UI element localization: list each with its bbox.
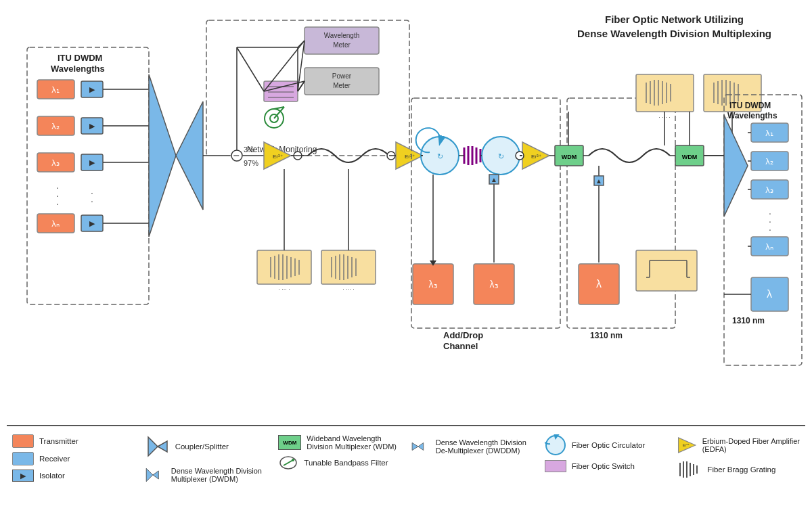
legend-dwdm: Dense Wavelength Division Multiplexer (D… (145, 463, 268, 487)
receiver-icon (12, 452, 34, 465)
svg-text:Er³⁺: Er³⁺ (273, 154, 283, 160)
svg-text:97%: 97% (244, 159, 258, 167)
svg-line-58 (237, 47, 264, 91)
svg-text:WDM: WDM (562, 154, 577, 160)
svg-text:λ₃: λ₃ (765, 185, 773, 195)
svg-text:λ₃: λ₃ (490, 279, 499, 290)
legend-col-1: Transmitter Receiver Isolator (7, 432, 140, 520)
svg-text:1310 nm: 1310 nm (732, 316, 765, 325)
legend-coupler: Coupler/Splitter (145, 434, 268, 459)
svg-marker-196 (418, 442, 424, 450)
svg-text:λₙ: λₙ (51, 219, 60, 229)
diagram-svg: ITU DWDM Wavelengths λ₁ ▶ λ₂ ▶ λ₃ ▶ · (7, 7, 805, 419)
legend-col-2: Coupler/Splitter Dense Wavelength Divisi… (140, 432, 273, 520)
svg-text:λ: λ (767, 288, 772, 300)
svg-text:λₙ: λₙ (765, 242, 773, 252)
coupler-label: Coupler/Splitter (175, 442, 229, 451)
legend-bragg: Fiber Bragg Grating (677, 460, 800, 479)
svg-text:Er³⁺: Er³⁺ (683, 443, 690, 447)
svg-text:Wavelengths: Wavelengths (51, 64, 105, 74)
svg-rect-39 (304, 27, 379, 54)
svg-rect-67 (257, 250, 311, 284)
legend-circulator: Fiber Optic Circulator (545, 434, 667, 456)
svg-text:λ₃: λ₃ (51, 158, 60, 168)
svg-text:λ: λ (596, 278, 602, 290)
svg-text:▲: ▲ (491, 176, 497, 183)
svg-text:·  ···  ·: · ··· · (278, 286, 290, 292)
svg-text:Meter: Meter (333, 82, 351, 89)
dwdm-label: Dense Wavelength Division Multiplexer (D… (171, 467, 268, 483)
legend-switch: Fiber Optic Switch (545, 460, 667, 472)
svg-marker-28 (149, 74, 176, 237)
svg-text:▲: ▲ (595, 177, 602, 185)
svg-text:ITU DWDM: ITU DWDM (58, 53, 102, 63)
svg-text:▶: ▶ (89, 122, 95, 130)
svg-text:▶: ▶ (89, 219, 95, 227)
svg-text:λ₂: λ₂ (51, 121, 60, 131)
svg-text:WDM: WDM (682, 154, 698, 160)
svg-rect-42 (304, 68, 379, 95)
svg-rect-123 (636, 74, 694, 112)
switch-icon (545, 460, 566, 472)
circulator-icon (545, 434, 566, 456)
main-container: Fiber Optic Network Utilizing Dense Wave… (0, 0, 812, 525)
dense-demux-label: Dense Wavelength Division De-Multiplexer… (436, 438, 534, 455)
svg-text:↻: ↻ (437, 152, 443, 160)
dense-demux-icon (411, 434, 430, 459)
svg-marker-191 (153, 471, 158, 479)
svg-marker-190 (146, 468, 153, 481)
bandpass-icon (278, 455, 298, 471)
svg-rect-77 (321, 250, 376, 284)
svg-text:λ₃: λ₃ (429, 279, 438, 290)
svg-marker-195 (412, 442, 418, 450)
wdm-icon: WDM (278, 435, 301, 450)
svg-text:Wavelengths: Wavelengths (727, 111, 777, 120)
svg-text:·  ···  ·: · ··· · (342, 286, 355, 292)
svg-text:λ₁: λ₁ (765, 128, 773, 138)
svg-text:Er³⁺: Er³⁺ (531, 154, 541, 160)
bragg-icon (677, 460, 702, 479)
svg-point-194 (292, 459, 294, 461)
wdm-label: Wideband Wavelength Division Multiplexer… (307, 434, 401, 451)
legend-edfa: Er³⁺ Erbium-Doped Fiber Amplifier (EDFA) (677, 434, 800, 456)
svg-text:Meter: Meter (333, 41, 351, 49)
edfa-icon: Er³⁺ (677, 434, 696, 456)
receiver-label: Receiver (39, 455, 70, 463)
switch-label: Fiber Optic Switch (572, 462, 635, 470)
svg-text:▶: ▶ (89, 85, 95, 93)
diagram-area: ITU DWDM Wavelengths λ₁ ▶ λ₂ ▶ λ₃ ▶ · (7, 7, 805, 419)
svg-text:ITU DWDM: ITU DWDM (729, 101, 771, 110)
svg-text:λ₂: λ₂ (765, 156, 773, 166)
dwdm-icon (145, 463, 166, 487)
svg-text:Power: Power (332, 72, 352, 80)
circulator-label: Fiber Optic Circulator (572, 441, 646, 449)
legend-dense-demux: Dense Wavelength Division De-Multiplexer… (411, 434, 534, 459)
svg-text:Add/Drop: Add/Drop (443, 330, 483, 340)
svg-text:▶: ▶ (89, 158, 95, 166)
legend-receiver: Receiver (12, 452, 135, 465)
svg-text:↻: ↻ (498, 152, 504, 160)
bandpass-label: Tunable Bandpass Filter (304, 459, 388, 467)
svg-marker-189 (158, 441, 167, 452)
coupler-icon (145, 434, 170, 459)
bragg-label: Fiber Bragg Grating (707, 465, 775, 474)
svg-marker-162 (724, 115, 748, 216)
svg-marker-29 (176, 101, 203, 210)
legend-wdm: WDM Wideband Wavelength Division Multipl… (278, 434, 401, 451)
legend-transmitter: Transmitter (12, 434, 135, 448)
transmitter-label: Transmitter (39, 437, 78, 445)
svg-text:·: · (769, 224, 771, 235)
svg-text:1310 nm: 1310 nm (590, 331, 623, 340)
transmitter-icon (12, 434, 34, 448)
svg-point-197 (546, 436, 565, 455)
svg-text:Er³⁺: Er³⁺ (405, 154, 415, 160)
svg-text:Wavelength: Wavelength (324, 32, 359, 39)
legend-col-5: Fiber Optic Circulator Fiber Optic Switc… (539, 432, 673, 520)
legend-col-4: Dense Wavelength Division De-Multiplexer… (406, 432, 539, 520)
svg-line-193 (284, 460, 293, 465)
isolator-label: Isolator (39, 472, 65, 480)
svg-text:·: · (91, 196, 93, 206)
svg-text:λ₁: λ₁ (51, 85, 60, 95)
legend-isolator: Isolator (12, 470, 135, 482)
svg-rect-132 (636, 250, 697, 291)
